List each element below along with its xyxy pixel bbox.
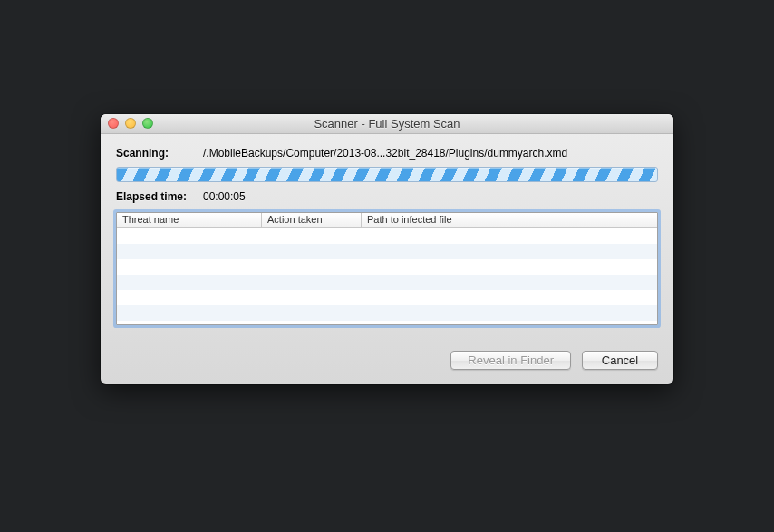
table-row [117,259,657,275]
zoom-icon[interactable] [142,118,153,129]
titlebar[interactable]: Scanner - Full System Scan [101,114,673,134]
elapsed-row: Elapsed time: 00:00:05 [116,190,658,203]
scanner-window: Scanner - Full System Scan Scanning: /.M… [101,114,673,384]
table-row [117,228,657,244]
close-icon[interactable] [108,118,119,129]
column-action-taken[interactable]: Action taken [262,213,362,227]
table-row [117,305,657,321]
button-row: Reveal in Finder Cancel [116,351,658,370]
table-row [117,321,657,324]
reveal-in-finder-button: Reveal in Finder [450,351,571,370]
table-body [117,228,657,324]
window-content: Scanning: /.MobileBackups/Computer/2013-… [101,134,673,384]
results-table[interactable]: Threat name Action taken Path to infecte… [116,212,658,325]
column-threat-name[interactable]: Threat name [117,213,262,227]
cancel-button[interactable]: Cancel [582,351,658,370]
elapsed-value: 00:00:05 [203,190,246,203]
table-row [117,290,657,305]
scanning-path: /.MobileBackups/Computer/2013-08...32bit… [203,147,567,160]
window-title: Scanner - Full System Scan [314,117,460,131]
traffic-lights [108,118,153,129]
elapsed-label: Elapsed time: [116,190,203,203]
scanning-label: Scanning: [116,147,203,160]
table-row [117,275,657,290]
table-row [117,244,657,259]
minimize-icon[interactable] [125,118,136,129]
scanning-row: Scanning: /.MobileBackups/Computer/2013-… [116,147,658,160]
table-header: Threat name Action taken Path to infecte… [117,213,657,228]
column-path[interactable]: Path to infected file [362,213,657,227]
progress-bar [116,167,658,182]
